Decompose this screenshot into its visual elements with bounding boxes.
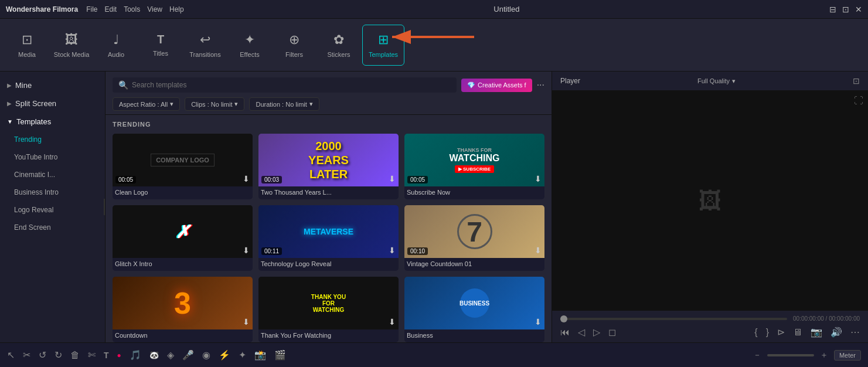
download-icon-clean-logo[interactable]: ⬇ bbox=[243, 174, 250, 184]
template-card-metaverse[interactable]: METAVERSE 00:11 ⬇ Technology Logo Reveal bbox=[258, 205, 399, 271]
text-tool-icon[interactable]: T bbox=[104, 351, 109, 360]
template-card-two-thousand[interactable]: 2000YEARSLATER 00:03 ⬇ Two Thousand Year… bbox=[258, 134, 399, 199]
download-icon-vintage[interactable]: ⬇ bbox=[535, 246, 542, 255]
template-card-vintage[interactable]: 7 00:10 ⬇ Vintage Countdown 01 bbox=[404, 205, 544, 271]
sidebar-sub-cinematic[interactable]: Cinematic I... bbox=[0, 166, 105, 184]
window-title: Untitled bbox=[493, 5, 519, 13]
template-duration-vintage: 00:10 bbox=[407, 247, 428, 255]
pip-icon[interactable]: 🐼 bbox=[149, 351, 159, 359]
toolbar-effects[interactable]: ✦ Effects bbox=[229, 25, 271, 66]
toolbar-filters[interactable]: ⊕ Filters bbox=[273, 25, 315, 66]
speed-icon[interactable]: ⚡ bbox=[219, 349, 230, 361]
download-icon-thankyou[interactable]: ⬇ bbox=[389, 317, 396, 327]
template-card-clean-logo[interactable]: COMPANY LOGO 00:05 ⬇ Clean Logo bbox=[113, 134, 253, 199]
toolbar-transitions[interactable]: ↩ Transitions bbox=[184, 25, 226, 66]
template-card-business[interactable]: BUSINESS ⬇ Business bbox=[404, 277, 544, 342]
creative-assets-button[interactable]: 💎 Creative Assets f bbox=[461, 79, 532, 92]
sidebar-sub-end-screen[interactable]: End Screen bbox=[0, 219, 105, 236]
close-icon[interactable]: ✕ bbox=[855, 5, 862, 14]
zoom-out-icon[interactable]: － bbox=[753, 350, 761, 361]
progress-knob[interactable] bbox=[560, 315, 567, 322]
ripple-edit-icon[interactable]: ✂ bbox=[23, 349, 30, 361]
ai-cutout-icon[interactable]: ✦ bbox=[239, 349, 246, 361]
menu-tools[interactable]: Tools bbox=[124, 5, 140, 13]
menu-view[interactable]: View bbox=[147, 5, 162, 13]
template-card-thankyou[interactable]: THANK YOUFORWATCHING ⬇ Thank You For Wat… bbox=[258, 277, 399, 342]
record-icon[interactable]: ● bbox=[117, 351, 121, 359]
chevron-down-icon: ▼ bbox=[7, 118, 13, 125]
download-icon-subscribe[interactable]: ⬇ bbox=[535, 174, 542, 184]
download-icon-metaverse[interactable]: ⬇ bbox=[389, 246, 396, 255]
bottom-right-controls: － ＋ Meter bbox=[753, 350, 861, 361]
redo-icon[interactable]: ↻ bbox=[55, 349, 62, 361]
templates-icon: ⊞ bbox=[378, 32, 389, 47]
sidebar-sub-youtube-intro[interactable]: YouTube Intro bbox=[0, 148, 105, 166]
aspect-ratio-filter[interactable]: Aspect Ratio : All ▾ bbox=[113, 97, 180, 111]
snapshot-button[interactable]: 📷 bbox=[811, 327, 822, 338]
template-card-subscribe[interactable]: THANKS FOR WATCHING ▶ SUBSCRIBE 00:05 ⬇ … bbox=[404, 134, 544, 199]
stop-button[interactable]: ◻ bbox=[608, 327, 616, 338]
toolbar-audio[interactable]: ♩ Audio bbox=[95, 25, 137, 66]
toolbar-media[interactable]: ⊡ Media bbox=[6, 25, 48, 66]
export-frame-button[interactable]: ⊳ bbox=[777, 327, 785, 338]
audio-track-icon[interactable]: 🎵 bbox=[130, 349, 141, 361]
sidebar-sub-trending[interactable]: Trending bbox=[0, 131, 105, 148]
toolbar-templates[interactable]: ⊞ Templates bbox=[362, 25, 404, 66]
toolbar-stock-media[interactable]: 🖼 Stock Media bbox=[50, 25, 93, 66]
volume-button[interactable]: 🔊 bbox=[830, 327, 842, 338]
player-placeholder-icon: 🖼 bbox=[699, 188, 722, 214]
menu-file[interactable]: File bbox=[86, 5, 97, 13]
fullscreen-icon[interactable]: ⛶ bbox=[854, 96, 863, 106]
search-input[interactable] bbox=[132, 81, 451, 89]
frame-back-button[interactable]: ◁ bbox=[578, 327, 585, 338]
delete-icon[interactable]: 🗑 bbox=[70, 350, 80, 361]
control-buttons: ⏮ ◁ ▷ ◻ { } ⊳ 🖥 📷 🔊 ⋯ bbox=[560, 327, 860, 338]
sidebar-item-split-screen[interactable]: ▶ Split Screen bbox=[0, 94, 105, 113]
maximize-icon[interactable]: ⊡ bbox=[842, 5, 849, 14]
menu-help[interactable]: Help bbox=[169, 5, 184, 13]
clips-filter[interactable]: Clips : No limit ▾ bbox=[185, 97, 244, 111]
voiceover-icon[interactable]: 🎤 bbox=[182, 349, 194, 361]
sidebar-sub-business-intro[interactable]: Business Intro bbox=[0, 184, 105, 201]
undo-icon[interactable]: ↺ bbox=[39, 349, 46, 361]
mark-icon[interactable]: ◈ bbox=[167, 349, 174, 361]
sidebar-item-templates[interactable]: ▼ Templates bbox=[0, 113, 105, 131]
duration-filter[interactable]: Duration : No limit ▾ bbox=[249, 97, 319, 111]
title-bar-right: ⊟ ⊡ ✕ bbox=[829, 5, 862, 14]
expand-icon[interactable]: ⊡ bbox=[853, 76, 860, 86]
snapshot-bottom-icon[interactable]: 📸 bbox=[254, 349, 266, 361]
templates-header: 🔍 💎 Creative Assets f ··· Aspect Ratio :… bbox=[105, 72, 552, 115]
monitor-button[interactable]: 🖥 bbox=[793, 327, 802, 338]
download-icon-business[interactable]: ⬇ bbox=[535, 317, 542, 327]
zoom-slider[interactable] bbox=[767, 354, 814, 356]
play-button[interactable]: ▷ bbox=[593, 327, 600, 338]
progress-bar[interactable] bbox=[560, 318, 787, 320]
template-card-glitch[interactable]: ✗ ⬇ Glitch X Intro bbox=[113, 205, 253, 271]
menu-edit[interactable]: Edit bbox=[104, 5, 117, 13]
pointer-tool-icon[interactable]: ↖ bbox=[7, 349, 15, 361]
templates-sidebar: ▶ Mine ▶ Split Screen ▼ Templates Trendi… bbox=[0, 72, 105, 342]
quality-dropdown[interactable]: Full Quality ▾ bbox=[697, 77, 736, 85]
settings-button[interactable]: ⋯ bbox=[850, 327, 860, 338]
effect-bottom-icon[interactable]: 🎬 bbox=[274, 349, 286, 361]
media-icon: ⊡ bbox=[22, 32, 32, 47]
templates-grid-wrapper: TRENDING COMPANY LOGO 00:05 ⬇ Clean Logo bbox=[105, 115, 552, 342]
minimize-icon[interactable]: ⊟ bbox=[829, 5, 836, 14]
mark-in-button[interactable]: { bbox=[754, 327, 757, 338]
download-icon-glitch[interactable]: ⬇ bbox=[243, 246, 250, 255]
download-icon-countdown[interactable]: ⬇ bbox=[243, 317, 250, 327]
template-card-countdown[interactable]: 3 ⬇ Countdown bbox=[113, 277, 253, 342]
scene-detect-icon[interactable]: ◉ bbox=[202, 349, 210, 361]
skip-back-button[interactable]: ⏮ bbox=[560, 327, 570, 338]
mark-out-button[interactable]: } bbox=[766, 327, 769, 338]
sidebar-sub-logo-reveal[interactable]: Logo Reveal bbox=[0, 201, 105, 219]
toolbar-stickers[interactable]: ✿ Stickers bbox=[318, 25, 360, 66]
toolbar-titles[interactable]: T Titles bbox=[139, 25, 182, 66]
template-duration-metaverse: 00:11 bbox=[261, 247, 282, 255]
sidebar-item-mine[interactable]: ▶ Mine bbox=[0, 76, 105, 94]
zoom-in-icon[interactable]: ＋ bbox=[820, 350, 828, 361]
more-options-button[interactable]: ··· bbox=[537, 80, 544, 90]
scissors-icon[interactable]: ✄ bbox=[88, 349, 96, 361]
download-icon-two-thousand[interactable]: ⬇ bbox=[389, 174, 396, 184]
sidebar-collapse-btn[interactable]: ‹ bbox=[104, 199, 105, 215]
